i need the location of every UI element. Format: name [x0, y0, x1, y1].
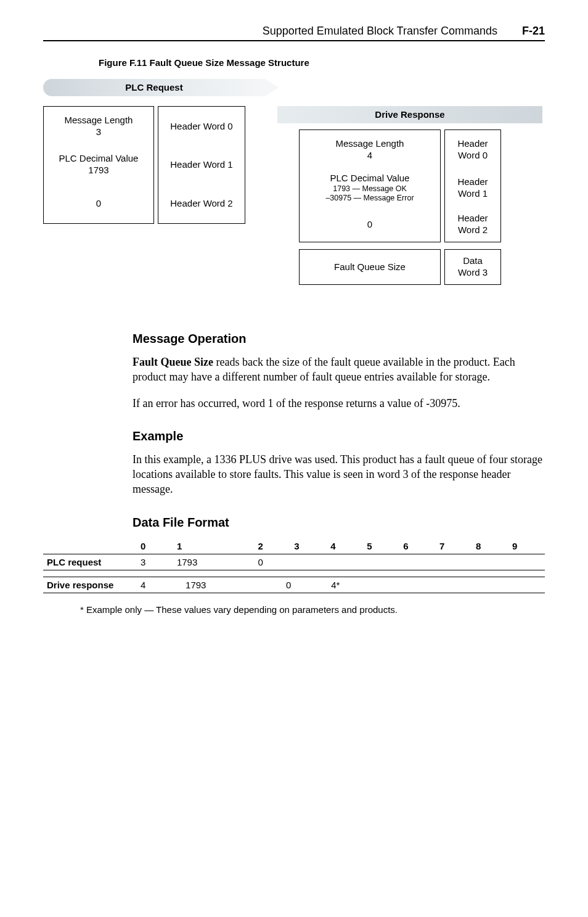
- plc-row1-value: PLC Decimal Value 1793: [43, 145, 154, 185]
- cell: [412, 577, 438, 593]
- drive-row1-label: Header Word 1: [444, 168, 501, 208]
- text: Header Word 0: [158, 121, 245, 133]
- drive-row1-value: PLC Decimal Value 1793 — Message OK –309…: [299, 168, 441, 208]
- cell: [508, 554, 545, 570]
- plc-row0-value: Message Length 3: [43, 106, 154, 147]
- cell: 1793: [173, 554, 254, 570]
- text: 3: [44, 126, 153, 138]
- cell: 0: [282, 577, 327, 593]
- col-7: 7: [436, 538, 472, 554]
- table-row: Drive response 4 1793 0 4*: [43, 577, 545, 593]
- plc-request-banner: PLC Request: [43, 79, 265, 96]
- drive-row3-value: Fault Queue Size: [299, 249, 441, 285]
- cell: [385, 577, 412, 593]
- text: Word 3: [445, 267, 500, 279]
- cell: [492, 577, 518, 593]
- col-5: 5: [363, 538, 399, 554]
- text: Data: [445, 255, 500, 267]
- text: PLC Decimal Value: [44, 153, 153, 165]
- cell: [518, 577, 545, 593]
- col-8: 8: [472, 538, 508, 554]
- text: Word 1: [445, 188, 500, 200]
- page-header: Supported Emulated Block Transfer Comman…: [43, 25, 545, 41]
- text: Fault Queue Size: [300, 261, 440, 273]
- col-6: 6: [399, 538, 436, 554]
- drive-response-banner: Drive Response: [277, 106, 542, 123]
- col-9: 9: [508, 538, 545, 554]
- plc-row0-label: Header Word 0: [158, 106, 245, 147]
- plc-row2-label: Header Word 2: [158, 184, 245, 224]
- drive-row2-label: Header Word 2: [444, 207, 501, 242]
- col-0: 0: [137, 538, 173, 554]
- plc-row1-label: Header Word 1: [158, 145, 245, 185]
- message-operation-p2: If an error has occurred, word 1 of the …: [133, 396, 545, 411]
- drive-row3-label: Data Word 3: [444, 249, 501, 285]
- text: 1793 — Message OK: [300, 184, 440, 194]
- cell: [439, 577, 465, 593]
- text: Word 2: [445, 224, 500, 236]
- col-4: 4: [327, 538, 363, 554]
- header-title: Supported Emulated Block Transfer Comman…: [263, 25, 497, 38]
- text: Word 0: [445, 150, 500, 162]
- cell: [290, 554, 327, 570]
- text: 0: [44, 198, 153, 210]
- header-page-number: F-21: [522, 25, 545, 38]
- cell: 1793: [182, 577, 282, 593]
- cell: 4*: [327, 577, 385, 593]
- cell: [465, 577, 492, 593]
- cell: 0: [254, 554, 290, 570]
- table-row: PLC request 3 1793 0: [43, 554, 545, 570]
- example-p: In this example, a 1336 PLUS drive was u…: [133, 452, 545, 497]
- col-2: 2: [254, 538, 290, 554]
- figure-caption: Figure F.11 Fault Queue Size Message Str…: [99, 57, 545, 68]
- drive-response-table: Drive response 4 1793 0 4*: [43, 577, 545, 593]
- message-structure-diagram: PLC Request Drive Response Message Lengt…: [43, 79, 545, 307]
- example-heading: Example: [133, 429, 545, 443]
- row-label: Drive response: [43, 577, 137, 593]
- cell: 4: [137, 577, 182, 593]
- cell: [436, 554, 472, 570]
- plc-request-table: 0 1 2 3 4 5 6 7 8 9 PLC request 3 1793 0: [43, 538, 545, 570]
- text: Header: [445, 213, 500, 224]
- text: Header Word 2: [158, 198, 245, 210]
- lead-term: Fault Queue Size: [133, 356, 213, 368]
- data-file-format-heading: Data File Format: [133, 516, 545, 530]
- row-label: PLC request: [43, 554, 137, 570]
- text: Header: [445, 138, 500, 150]
- text: 4: [300, 150, 440, 162]
- col-3: 3: [290, 538, 327, 554]
- cell: [327, 554, 363, 570]
- cell: 3: [137, 554, 173, 570]
- text: Message Length: [300, 138, 440, 150]
- cell: [472, 554, 508, 570]
- text: –30975 — Message Error: [300, 194, 440, 204]
- message-operation-heading: Message Operation: [133, 332, 545, 346]
- header-row: 0 1 2 3 4 5 6 7 8 9: [43, 538, 545, 554]
- text: Message Length: [44, 115, 153, 126]
- text: 1793: [44, 165, 153, 176]
- cell: [399, 554, 436, 570]
- text: Header Word 1: [158, 159, 245, 171]
- footnote: * Example only — These values vary depen…: [80, 604, 545, 615]
- text: 0: [300, 219, 440, 231]
- drive-row0-value: Message Length 4: [299, 130, 441, 170]
- plc-row2-value: 0: [43, 184, 154, 224]
- message-operation-p1: Fault Queue Size reads back the size of …: [133, 355, 545, 385]
- drive-row0-label: Header Word 0: [444, 130, 501, 170]
- text: Header: [445, 176, 500, 188]
- cell: [363, 554, 399, 570]
- col-1: 1: [173, 538, 254, 554]
- text: PLC Decimal Value: [300, 173, 440, 184]
- drive-row2-value: 0: [299, 207, 441, 242]
